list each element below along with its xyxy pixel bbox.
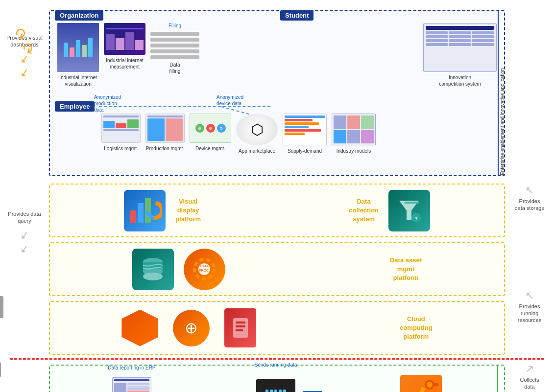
svg-rect-0 (130, 210, 136, 223)
prod-device-icon (400, 375, 442, 392)
visual-display-label: Visual display platform (175, 197, 201, 224)
collects-data-label: ↗ Collects data (510, 362, 549, 390)
data-asset-label: Data asset mgmt platform (390, 256, 422, 283)
diagram-area: Enterprise enablement and innovative app… (49, 10, 505, 382)
employee-label: Employee (55, 101, 95, 112)
student-label: Student (280, 10, 313, 21)
svg-text:PROC.: PROC. (199, 269, 210, 272)
provides-running-label: ↖ Provides running resources (510, 289, 549, 323)
visual-display-icon (124, 190, 166, 231)
device-mgmt-label: Device mgmt. (195, 145, 225, 152)
db-icon (132, 249, 174, 290)
anonymized-production-anno: Anonymized production data (94, 94, 121, 113)
supply-demand-label: Supply-demand (288, 148, 322, 154)
industry-models-label: Industry models (337, 148, 371, 154)
item-data-filling: Filling Data filling (150, 23, 199, 87)
measurement-screen (104, 23, 145, 55)
gateway-annotation: Sends running data (255, 362, 297, 368)
svg-rect-17 (233, 318, 248, 338)
employee-row: Logistics mgmt. Production mgmt. (50, 114, 504, 154)
svg-rect-26 (433, 383, 438, 386)
device-mgmt-screen: ⚙ ⚙ ⚙ (190, 114, 231, 143)
visual-display-group: Visual display platform (124, 190, 201, 231)
svg-point-25 (427, 382, 433, 388)
item-supply-demand: Supply-demand (283, 114, 327, 154)
erp-screen (112, 377, 151, 392)
industry-screen (332, 114, 376, 145)
organization-label: Organization (55, 10, 103, 21)
svg-point-12 (143, 273, 163, 280)
mid-section-cloud: ⊕ Cloud computing platform (49, 301, 505, 355)
filling-lines (150, 32, 199, 59)
item-logistics: Logistics mgmt. (101, 114, 141, 152)
red-separator (10, 358, 544, 360)
erp-group: Data reporting in ERP ERP s (112, 377, 151, 392)
prod-mgmt-label: Production mgmt. (146, 145, 184, 152)
hexagon-icon (121, 310, 158, 346)
provides-data-label: Provides data query ↙ ↙ (5, 210, 44, 256)
svg-rect-1 (138, 203, 144, 223)
box-icon (224, 308, 256, 347)
app-marketplace-label: App marketplace (239, 148, 275, 154)
logistics-screen (101, 114, 141, 143)
factory-section: Data source Data reporting in ERP (49, 365, 505, 392)
supply-screen (283, 114, 327, 145)
datasource-label-container: Data source (497, 366, 506, 392)
prod-mgmt-screen (145, 114, 185, 143)
svg-rect-2 (145, 198, 151, 223)
item-industry-models: Industry models (332, 114, 376, 154)
gateway-ports (265, 390, 286, 392)
data-collection-label: Data collection system (349, 197, 379, 224)
industrial-bigdata-box: Industrial Big Data Center (0, 296, 3, 318)
svg-rect-6 (404, 202, 419, 204)
svg-rect-18 (236, 322, 245, 323)
item-prod-mgmt: Production mgmt. (145, 114, 185, 152)
gateway-group: Sends running data Industrial gateway (256, 379, 296, 392)
svg-text:DATA: DATA (200, 264, 209, 268)
top-row: Industrial internet visualization (50, 23, 504, 87)
data-collection-icon: ▼ (388, 190, 430, 231)
filling-anno: Filling (169, 23, 181, 28)
logistics-label: Logistics mgmt. (104, 145, 138, 152)
anonymized-device-anno: Anonymized device data (217, 94, 243, 107)
item-innovation: Innovation competition system (423, 23, 497, 87)
data-collection-group: Data collection system ▼ (349, 190, 430, 231)
mid-section-asset: DATA PROC. Data asset mgmt platform (49, 242, 505, 296)
apps-screen: ⬡ (236, 114, 278, 145)
expand-icon: ⊕ (173, 310, 210, 346)
datasource-label: Data source (497, 366, 505, 392)
dashed-arrow-1 (99, 106, 270, 107)
innovation-label: Innovation competition system (438, 74, 482, 87)
db-group: DATA PROC. (132, 249, 225, 290)
viz-screen (57, 23, 99, 72)
data-filling-label: Data filling (169, 62, 181, 74)
svg-rect-23 (418, 387, 425, 392)
mid-section-visual: Visual display platform Data collection … (49, 184, 505, 237)
svg-rect-20 (236, 329, 243, 331)
svg-rect-19 (236, 325, 245, 327)
factory-box: Factory (0, 362, 1, 377)
provides-data-storage-label: ↖ Provides data storage (510, 184, 549, 211)
innovation-screen (423, 23, 497, 72)
item-app-marketplace: ⬡ App marketplace (236, 114, 278, 154)
svg-text:▼: ▼ (414, 216, 418, 221)
viz-label: Industrial internet visualization (59, 74, 97, 87)
item-device-mgmt: ⚙ ⚙ ⚙ Device mgmt. (190, 114, 231, 152)
erp-annotation: Data reporting in ERP (108, 365, 155, 370)
item-measurement: Industrial internet measurement (104, 23, 145, 87)
data-processing-icon: DATA PROC. (184, 249, 225, 290)
item-industrial-viz: Industrial internet visualization (57, 23, 99, 87)
prod-device-group: Production device (400, 375, 442, 392)
cloud-icons-group: ⊕ (121, 308, 256, 347)
measurement-label: Industrial internet measurement (106, 57, 144, 70)
cloud-computing-label: Cloud computing platform (400, 315, 432, 342)
top-section: Enterprise enablement and innovative app… (49, 10, 505, 176)
gateway-device (256, 379, 295, 392)
